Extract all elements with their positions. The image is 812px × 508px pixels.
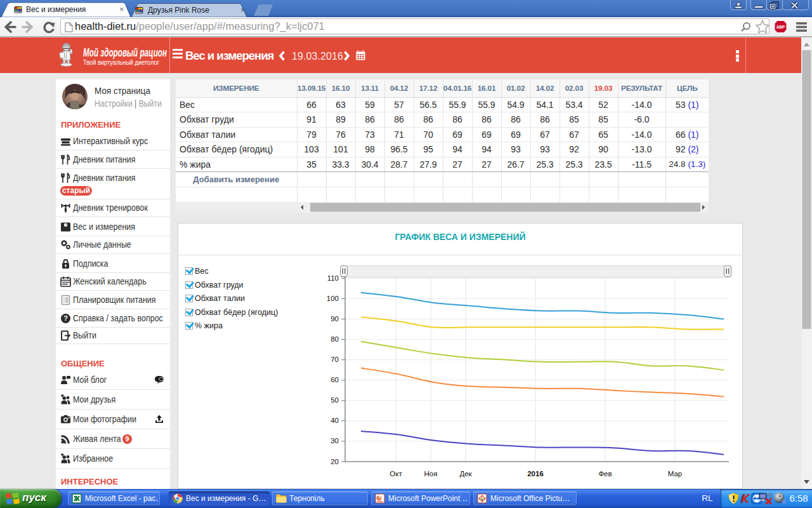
svg-text:40: 40 bbox=[331, 417, 339, 424]
svg-text:50: 50 bbox=[331, 396, 339, 404]
svg-text:30: 30 bbox=[331, 437, 339, 444]
svg-text:110: 110 bbox=[327, 274, 339, 282]
svg-text:80: 80 bbox=[331, 335, 339, 343]
svg-text:Окт: Окт bbox=[390, 470, 402, 478]
svg-text:Ноя: Ноя bbox=[424, 470, 438, 478]
svg-text:Мар: Мар bbox=[668, 470, 683, 478]
svg-text:ABP: ABP bbox=[776, 25, 785, 29]
svg-text:Фев: Фев bbox=[598, 470, 612, 478]
svg-text:2016: 2016 bbox=[527, 470, 544, 478]
svg-text:90: 90 bbox=[331, 315, 339, 323]
svg-text:?: ? bbox=[63, 314, 68, 322]
svg-text:70: 70 bbox=[331, 356, 339, 363]
svg-text:100: 100 bbox=[327, 295, 339, 302]
svg-text:60: 60 bbox=[331, 376, 339, 384]
svg-text:20: 20 bbox=[331, 458, 339, 465]
svg-text:Дек: Дек bbox=[459, 470, 472, 478]
